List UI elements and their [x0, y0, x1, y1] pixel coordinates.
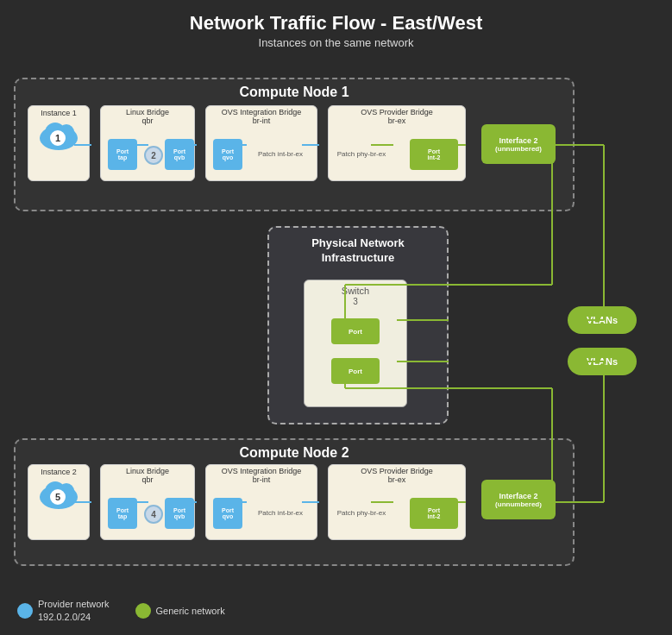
ovs-integration-1-box: OVS Integration Bridge br-int Port qvo P… — [205, 105, 317, 181]
generic-network-text: Generic network — [156, 605, 225, 617]
instance-1-box: Instance 1 1 — [28, 105, 90, 181]
patch-phy-br-ex-1: Patch phy-br-ex — [336, 139, 387, 170]
port-tap-2: Port tap — [108, 498, 137, 529]
port-qvo-2: Port qvo — [213, 498, 242, 529]
sub-title: Instances on the same network — [0, 36, 672, 49]
instance-2-box: Instance 2 5 — [28, 464, 90, 540]
ovs-integration-1-label: OVS Integration Bridge br-int — [222, 109, 302, 126]
ovs-provider-1-label: OVS Provider Bridge br-ex — [361, 109, 433, 126]
vlan-oval-1: VLANs — [568, 306, 637, 334]
legend-generic: Generic network — [135, 603, 225, 619]
instance-2-num: 5 — [48, 487, 67, 506]
switch-port-1: Port — [331, 318, 380, 344]
ovs-integration-2-label: OVS Integration Bridge br-int — [222, 468, 302, 485]
compute-node-2-label: Compute Node 2 — [239, 445, 349, 461]
switch-label: Switch 3 — [342, 286, 369, 306]
patch-int-br-ex-2: Patch int-br-ex — [254, 498, 306, 529]
compute-node-1: Compute Node 1 Instance 1 1 Linux Bridge… — [14, 78, 575, 211]
vlan-oval-2: VLANs — [568, 348, 637, 375]
provider-network-text: Provider network 192.0.2.0/24 — [38, 598, 110, 623]
port-qvo-1: Port qvo — [213, 139, 242, 170]
port-int-2-1: Port int-2 — [410, 139, 458, 170]
compute-node-2: Compute Node 2 Instance 2 5 Linux Bridge… — [14, 438, 575, 566]
interface-2-2: Interface 2 (unnumbered) — [481, 480, 556, 519]
main-title: Network Traffic Flow - East/West — [0, 12, 672, 35]
ovs-integration-2-box: OVS Integration Bridge br-int Port qvo P… — [205, 464, 317, 540]
linux-bridge-1-label: Linux Bridge qbr — [126, 109, 169, 126]
port-tap-1: Port tap — [108, 139, 137, 170]
switch-port-2: Port — [331, 358, 380, 384]
compute-node-1-label: Compute Node 1 — [239, 85, 349, 100]
num-4-circle: 4 — [144, 505, 163, 524]
port-qvb-1: Port qvb — [165, 139, 194, 170]
switch-box: Switch 3 Port Port — [304, 280, 407, 407]
generic-network-icon — [135, 603, 151, 619]
linux-bridge-2-label: Linux Bridge qbr — [126, 468, 169, 485]
physical-network-box: Physical NetworkInfrastructure Switch 3 … — [267, 226, 449, 424]
num-2-circle: 2 — [144, 146, 163, 165]
interface-2-1: Interface 2 (unnumbered) — [481, 124, 556, 164]
title-area: Network Traffic Flow - East/West Instanc… — [0, 0, 672, 49]
linux-bridge-2-box: Linux Bridge qbr Port tap 4 Port qvb — [100, 464, 195, 540]
ovs-provider-2-label: OVS Provider Bridge br-ex — [361, 468, 433, 485]
ovs-provider-1-box: OVS Provider Bridge br-ex Patch phy-br-e… — [328, 105, 466, 181]
port-int-2-2: Port int-2 — [410, 498, 458, 529]
linux-bridge-1-box: Linux Bridge qbr Port tap 2 Port qvb — [100, 105, 195, 181]
physical-network-label: Physical NetworkInfrastructure — [280, 236, 436, 266]
port-qvb-2: Port qvb — [165, 498, 194, 529]
instance-2-label: Instance 2 — [41, 468, 77, 476]
provider-network-icon — [17, 603, 33, 619]
ovs-provider-2-box: OVS Provider Bridge br-ex Patch phy-br-e… — [328, 464, 466, 540]
patch-int-br-ex-1: Patch int-br-ex — [254, 139, 306, 170]
main-container: Network Traffic Flow - East/West Instanc… — [0, 0, 672, 635]
legend-provider: Provider network 192.0.2.0/24 — [17, 598, 110, 623]
instance-1-label: Instance 1 — [41, 109, 77, 117]
legend: Provider network 192.0.2.0/24 Generic ne… — [17, 598, 225, 623]
instance-1-num: 1 — [48, 129, 67, 148]
patch-phy-br-ex-2: Patch phy-br-ex — [336, 498, 387, 529]
